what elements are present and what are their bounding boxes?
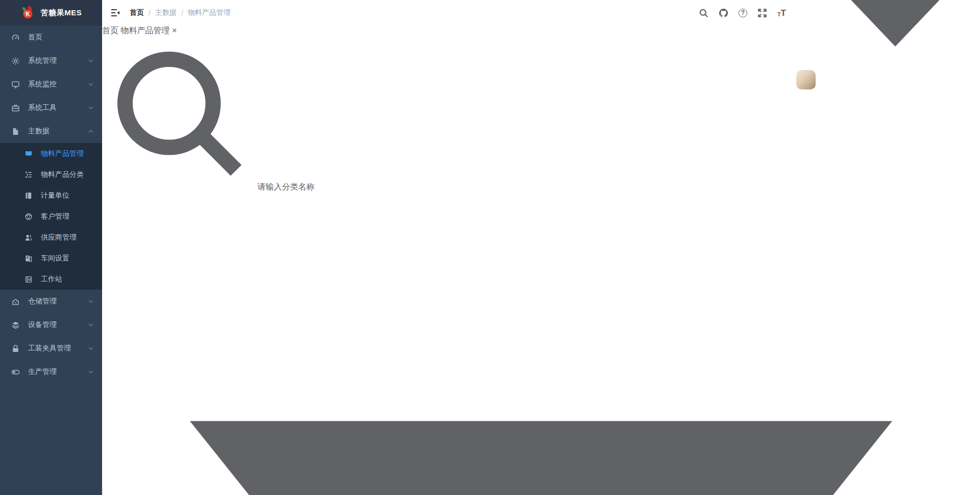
app-logo: K 苦糖果MES [0, 0, 102, 26]
sidebar-item-label: 工装夹具管理 [28, 344, 88, 353]
breadcrumb-item-master-data[interactable]: 主数据 [155, 8, 177, 17]
sidebar-item-label: 首页 [28, 33, 94, 42]
font-size-icon[interactable]: TT [777, 9, 786, 17]
breadcrumb: 首页 / 主数据 / 物料产品管理 [130, 8, 231, 17]
chevron-down-icon [88, 322, 94, 328]
sidebar-item-system-monitor[interactable]: 系统监控 [0, 73, 102, 96]
tags-view-bar: 首页 物料产品管理 × [102, 26, 980, 36]
chevron-down-icon [88, 345, 94, 351]
breadcrumb-item-current: 物料产品管理 [188, 8, 231, 17]
close-icon[interactable]: × [172, 26, 177, 35]
breadcrumb-item-home[interactable]: 首页 [130, 8, 144, 17]
help-icon[interactable]: ? [739, 9, 747, 17]
sidebar-subitem-measure-unit[interactable]: 计量单位 [0, 185, 102, 206]
chevron-up-icon [88, 128, 94, 134]
sidebar-item-label: 计量单位 [41, 191, 94, 200]
sidebar-collapse-icon[interactable] [110, 8, 120, 18]
breadcrumb-separator: / [181, 9, 183, 17]
category-search-placeholder: 请输入分类名称 [257, 182, 314, 191]
toolbox-icon [11, 104, 20, 112]
sidebar-subitem-material-product-category[interactable]: 物料产品分类 [0, 164, 102, 185]
tab-label: 首页 [102, 26, 118, 35]
lock-icon [11, 344, 20, 353]
sidebar-subitem-workstation[interactable]: 工作站 [0, 269, 102, 290]
sidebar-item-label: 工作站 [41, 275, 94, 284]
sidebar-item-label: 生产管理 [28, 367, 88, 376]
chevron-down-icon [88, 369, 94, 375]
github-icon[interactable] [719, 8, 728, 18]
monitor-icon [11, 80, 20, 89]
sidebar-item-tooling-fixture-management[interactable]: 工装夹具管理 [0, 337, 102, 360]
navbar: 首页 / 主数据 / 物料产品管理 ? TT [102, 0, 980, 26]
category-tree-panel: 请输入分类名称 物料及产品分类物料塑料颗粒色粉过滤棉半成品移液盒盒盖移液盒盒体孔… [102, 36, 980, 495]
breadcrumb-separator: / [149, 9, 151, 17]
sidebar-item-label: 设备管理 [28, 320, 88, 329]
sidebar-menu: 首页系统管理系统监控系统工具主数据物料产品管理物料产品分类计量单位客户管理供应商… [0, 26, 102, 495]
workshop-icon [24, 254, 33, 263]
page-content: 请输入分类名称 物料及产品分类物料塑料颗粒色粉过滤棉半成品移液盒盒盖移液盒盒体孔… [102, 36, 980, 495]
sidebar-item-label: 供应商管理 [41, 233, 94, 242]
warehouse-icon [11, 297, 20, 306]
sidebar-item-label: 仓储管理 [28, 297, 88, 306]
sidebar-item-master-data[interactable]: 主数据 [0, 120, 102, 143]
tab-home[interactable]: 首页 [102, 26, 120, 35]
category-search-box[interactable]: 请输入分类名称 [102, 36, 980, 193]
customer-icon [24, 213, 33, 221]
chevron-down-icon [88, 298, 94, 304]
sidebar-item-label: 车间设置 [41, 254, 94, 263]
tree-list-icon [24, 171, 33, 179]
sidebar-item-warehouse-management[interactable]: 仓储管理 [0, 290, 102, 313]
dashboard-icon [11, 33, 20, 42]
sidebar-item-label: 系统工具 [28, 103, 88, 112]
search-icon [102, 36, 255, 190]
app-title: 苦糖果MES [41, 8, 82, 18]
category-tree: 物料及产品分类物料塑料颗粒色粉过滤棉半成品移液盒盒盖移液盒盒体孔板吸头产成品移液… [102, 193, 980, 495]
sidebar-item-label: 物料产品分类 [41, 170, 94, 179]
fullscreen-icon[interactable] [757, 8, 767, 18]
sidebar-item-equipment-management[interactable]: 设备管理 [0, 313, 102, 337]
search-icon[interactable] [699, 8, 708, 18]
sidebar-item-label: 系统管理 [28, 56, 88, 65]
sidebar-item-home[interactable]: 首页 [0, 26, 102, 49]
tab-label: 物料产品管理 [120, 26, 169, 35]
sidebar-item-production-management[interactable]: 生产管理 [0, 360, 102, 384]
tab-material-product-management[interactable]: 物料产品管理 × [120, 26, 177, 35]
sidebar-subitem-supplier-management[interactable]: 供应商管理 [0, 227, 102, 248]
sidebar-item-system-tools[interactable]: 系统工具 [0, 96, 102, 120]
tree-node[interactable]: 物料及产品分类 [102, 193, 980, 495]
chevron-down-icon [88, 105, 94, 111]
users-icon [24, 233, 33, 242]
sidebar-item-label: 主数据 [28, 127, 88, 136]
app-logo-icon: K [20, 5, 36, 20]
chevron-down-icon [88, 81, 94, 87]
toggle-icon [11, 368, 20, 376]
document-icon [11, 127, 20, 136]
svg-text:K: K [26, 11, 30, 18]
sidebar-item-system-management[interactable]: 系统管理 [0, 49, 102, 73]
chevron-down-icon [88, 58, 94, 64]
layers-icon [11, 321, 20, 329]
main-area: 首页 / 主数据 / 物料产品管理 ? TT [102, 0, 980, 495]
sidebar: K 苦糖果MES 首页系统管理系统监控系统工具主数据物料产品管理物料产品分类计量… [0, 0, 102, 495]
sidebar-subitem-material-product-management[interactable]: 物料产品管理 [0, 143, 102, 164]
sidebar-submenu-master-data: 物料产品管理物料产品分类计量单位客户管理供应商管理车间设置工作站 [0, 143, 102, 290]
book-icon [24, 150, 33, 158]
workstation-icon [24, 275, 33, 284]
sidebar-item-label: 客户管理 [41, 212, 94, 221]
sidebar-item-label: 物料产品管理 [41, 149, 94, 158]
gear-icon [11, 57, 20, 65]
notebook-icon [24, 192, 33, 200]
sidebar-item-label: 系统监控 [28, 80, 88, 89]
sidebar-subitem-workshop-settings[interactable]: 车间设置 [0, 248, 102, 269]
sidebar-subitem-customer-management[interactable]: 客户管理 [0, 206, 102, 227]
